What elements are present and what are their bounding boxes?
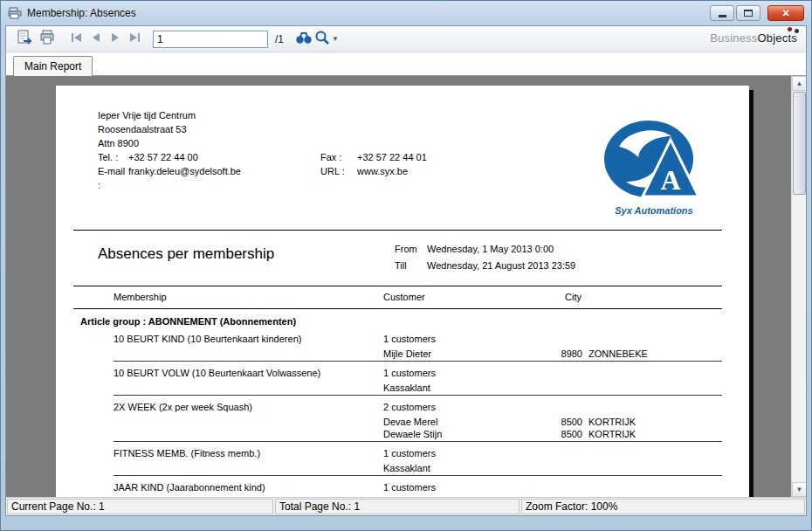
last-page-icon	[128, 32, 141, 45]
customer-count: 1 customers	[383, 448, 436, 459]
report-window-icon	[8, 7, 22, 19]
column-customer: Customer	[383, 292, 425, 302]
minimize-button[interactable]	[710, 5, 734, 21]
email-label: E-mail :	[98, 164, 128, 178]
membership-row: 10 BEURT KIND (10 Beurtenkaart kinderen)…	[56, 331, 749, 348]
report-rows: 10 BEURT KIND (10 Beurtenkaart kinderen)…	[56, 331, 749, 497]
bo-logo-business: Business	[710, 31, 757, 45]
customer-city: KORTRIJK	[588, 429, 636, 440]
toolbar: /1	[6, 26, 806, 52]
membership-row: JAAR KIND (Jaarabonnement kind) 1 custom…	[56, 479, 749, 496]
tab-bar: Main Report	[6, 52, 806, 76]
page-number-input[interactable]	[153, 31, 268, 48]
column-membership: Membership	[114, 292, 167, 302]
till-label: Till	[395, 258, 427, 274]
tab-main-report[interactable]: Main Report	[13, 56, 93, 76]
minimize-icon	[719, 15, 726, 17]
customer-row: Kassaklant	[56, 462, 749, 474]
window-body: /1	[5, 25, 807, 516]
customer-row: Allaert Suzanne 6843 SBARNHEM	[56, 496, 749, 497]
membership-name: 10 BEURT VOLW (10 Beurtenkaart Volwassen…	[114, 368, 320, 379]
report-viewer-area: Ieper Vrije tijd Centrum Roosendaalstraa…	[6, 76, 806, 497]
close-button[interactable]: ×	[767, 5, 804, 21]
zoom-button[interactable]: ▼	[315, 29, 338, 50]
membership-group: JAAR KIND (Jaarabonnement kind) 1 custom…	[56, 479, 749, 497]
membership-group: FITNESS MEMB. (Fitness memb.) 1 customer…	[56, 445, 749, 476]
zoom-dropdown-caret-icon: ▼	[332, 35, 339, 43]
page-total-label: /1	[275, 33, 284, 45]
next-page-button[interactable]	[106, 29, 125, 50]
customer-city: KORTRIJK	[588, 417, 636, 428]
window-title: Membership: Absences	[27, 7, 136, 19]
membership-name: JAAR KIND (Jaarabonnement kind)	[114, 482, 265, 493]
bo-logo-objects: Objects	[758, 31, 797, 45]
customer-name: Kassaklant	[383, 383, 430, 394]
next-page-icon	[109, 32, 121, 45]
article-group-header: Article group : ABONNEMENT (Abonnementen…	[80, 314, 749, 328]
report-page: Ieper Vrije tijd Centrum Roosendaalstraa…	[56, 86, 749, 497]
binoculars-icon	[295, 31, 313, 47]
previous-page-button[interactable]	[86, 29, 106, 50]
syx-logo-icon: A	[602, 193, 705, 203]
group-divider	[114, 395, 722, 396]
url-label: URL :	[320, 164, 357, 178]
customer-zip: 8500	[550, 429, 582, 440]
report-viewer-window: Membership: Absences ×	[0, 0, 812, 531]
customer-count: 1 customers	[383, 368, 436, 379]
print-button[interactable]	[36, 29, 58, 50]
business-objects-logo: BusinessObjects	[710, 31, 797, 45]
status-zoom-factor: Zoom Factor: 100%	[521, 499, 805, 514]
last-page-button[interactable]	[125, 29, 144, 50]
customer-name: Kassaklant	[383, 463, 430, 474]
maximize-button[interactable]	[736, 5, 760, 21]
maximize-icon	[744, 10, 753, 17]
customer-name: Devae Merel	[383, 417, 437, 428]
scrollbar-thumb[interactable]	[793, 92, 806, 195]
membership-row: 2X WEEK (2x per week Squash) 2 customers	[56, 399, 749, 416]
tel-label: Tel. :	[98, 150, 128, 164]
window-controls: ×	[708, 5, 804, 21]
customer-row: Devae Merel 8500 KORTRIJK	[56, 416, 749, 428]
tel-value: +32 57 22 44 00	[128, 150, 320, 164]
find-text-button[interactable]	[292, 29, 315, 50]
export-button[interactable]	[13, 29, 36, 50]
membership-row: 10 BEURT VOLW (10 Beurtenkaart Volwassen…	[56, 365, 749, 382]
till-value: Wednesday, 21 August 2013 23:59	[427, 258, 575, 274]
vertical-scrollbar[interactable]: ▲ ▼	[791, 76, 806, 497]
bo-logo-dot-dark	[795, 29, 799, 33]
status-current-page: Current Page No.: 1	[7, 499, 273, 514]
magnifier-icon	[314, 30, 330, 48]
scroll-up-button[interactable]: ▲	[792, 76, 806, 91]
date-range: From Wednesday, 1 May 2013 0:00 Till Wed…	[395, 241, 575, 274]
previous-page-icon	[90, 32, 102, 45]
first-page-button[interactable]	[67, 29, 86, 50]
membership-name: 10 BEURT KIND (10 Beurtenkaart kinderen)	[114, 334, 301, 345]
customer-row: Dewaele Stijn 8500 KORTRIJK	[56, 428, 749, 440]
title-bar[interactable]: Membership: Absences ×	[1, 1, 811, 25]
syx-logo-caption: Syx Automations	[599, 205, 709, 216]
scroll-down-button[interactable]: ▼	[792, 482, 806, 497]
membership-name: 2X WEEK (2x per week Squash)	[114, 402, 252, 413]
syx-logo: A Syx Automations	[599, 119, 709, 216]
status-total-page: Total Page No.: 1	[275, 499, 520, 514]
report-title: Absences per membership	[98, 245, 274, 263]
customer-count: 2 customers	[383, 402, 436, 413]
report-title-band: Absences per membership From Wednesday, …	[73, 230, 722, 286]
column-city: City	[565, 292, 581, 302]
page-navigation	[67, 29, 144, 50]
customer-count: 1 customers	[383, 482, 436, 493]
membership-group: 2X WEEK (2x per week Squash) 2 customers…	[56, 399, 749, 442]
close-icon: ×	[782, 7, 789, 19]
tab-label: Main Report	[24, 60, 81, 72]
from-value: Wednesday, 1 May 2013 0:00	[427, 241, 554, 258]
customer-name: Dewaele Stijn	[383, 429, 442, 440]
fax-label: Fax :	[320, 150, 357, 164]
column-headers: Membership Customer City	[73, 286, 722, 309]
first-page-icon	[71, 32, 83, 45]
email-value: franky.deleu@sydelsoft.be	[128, 164, 320, 178]
membership-group: 10 BEURT VOLW (10 Beurtenkaart Volwassen…	[56, 365, 749, 396]
customer-row: Mijle Dieter 8980 ZONNEBEKE	[56, 348, 749, 360]
membership-name: FITNESS MEMB. (Fitness memb.)	[114, 448, 260, 459]
export-icon	[16, 29, 33, 49]
group-divider	[114, 475, 722, 476]
